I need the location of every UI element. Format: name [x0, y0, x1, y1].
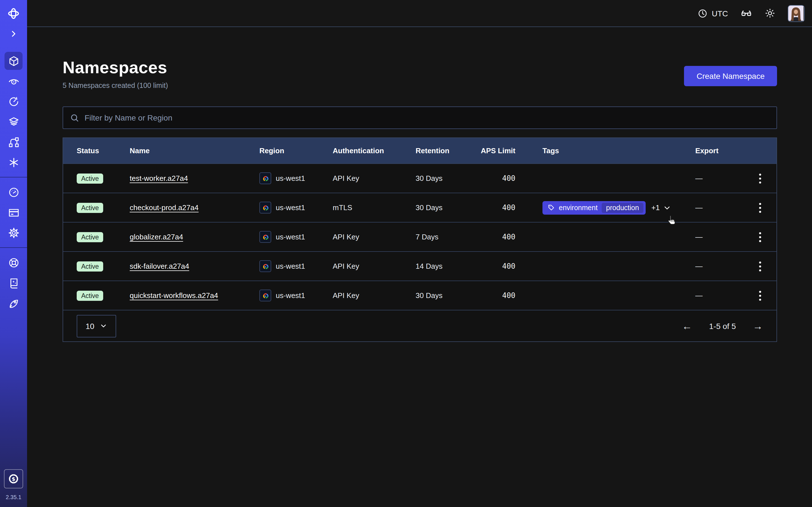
- table-row: Active sdk-failover.a27a4 us-west1 API K…: [63, 251, 776, 281]
- create-namespace-button[interactable]: Create Namespace: [684, 66, 777, 86]
- aps-limit-value: 400: [479, 233, 515, 241]
- status-badge: Active: [77, 203, 103, 213]
- aps-limit-value: 400: [479, 174, 515, 182]
- filter-input[interactable]: [85, 113, 770, 122]
- namespace-link[interactable]: checkout-prod.a27a4: [130, 203, 199, 212]
- page-size-select[interactable]: 10: [77, 315, 116, 337]
- auth-method: API Key: [333, 291, 416, 300]
- more-tags-count: +1: [651, 203, 660, 212]
- timezone-selector[interactable]: UTC: [698, 8, 728, 18]
- sidebar-item-support[interactable]: [4, 253, 22, 272]
- status-badge: Active: [77, 261, 103, 271]
- namespace-count-subtitle: 5 Namespaces created (100 limit): [63, 82, 168, 90]
- auth-method: API Key: [333, 174, 416, 182]
- spiral-eye-icon: [8, 75, 19, 87]
- sidebar: $ 2.35.1: [0, 0, 27, 507]
- row-actions-menu-button[interactable]: [753, 171, 767, 186]
- auth-method: API Key: [333, 233, 416, 241]
- cube-icon: [8, 55, 19, 67]
- life-ring-icon: [8, 257, 19, 269]
- sidebar-item-workflows[interactable]: [4, 133, 22, 151]
- credits-badge[interactable]: $: [4, 469, 23, 489]
- namespace-link[interactable]: sdk-failover.a27a4: [130, 262, 189, 270]
- pagination-controls: ← 1-5 of 5 →: [682, 321, 763, 331]
- column-header-tags[interactable]: Tags: [515, 147, 695, 155]
- sidebar-item-settings[interactable]: [4, 224, 22, 242]
- chevron-down-icon: [663, 204, 671, 212]
- namespaces-table: Status Name Region Authentication Retent…: [63, 137, 777, 342]
- timezone-label: UTC: [712, 9, 728, 18]
- aps-limit-value: 400: [479, 291, 515, 300]
- table-header-row: Status Name Region Authentication Retent…: [63, 138, 776, 163]
- sidebar-item-billing[interactable]: [4, 203, 22, 221]
- credit-card-icon: [8, 207, 19, 218]
- temporal-logo[interactable]: [0, 0, 27, 27]
- export-value: —: [695, 233, 744, 241]
- asterisk-icon: [8, 156, 19, 168]
- sidebar-divider: [0, 177, 27, 177]
- sidebar-item-usage[interactable]: [4, 183, 22, 201]
- column-header-status[interactable]: Status: [77, 147, 130, 155]
- more-tags-toggle[interactable]: +1: [651, 203, 671, 212]
- gcp-icon: [259, 260, 271, 272]
- row-actions-menu-button[interactable]: [753, 288, 767, 303]
- column-header-region[interactable]: Region: [259, 147, 333, 155]
- region-label: us-west1: [276, 203, 305, 212]
- gcp-icon: [259, 202, 271, 214]
- gcp-icon: [259, 290, 271, 301]
- aps-limit-value: 400: [479, 262, 515, 270]
- column-header-authentication[interactable]: Authentication: [333, 147, 416, 155]
- filter-bar: [63, 107, 777, 129]
- chevron-down-icon: [100, 322, 107, 330]
- export-value: —: [695, 291, 744, 300]
- column-header-export[interactable]: Export: [695, 147, 744, 155]
- tag-value: production: [602, 203, 644, 213]
- next-page-button[interactable]: →: [753, 321, 763, 331]
- page-title: Namespaces: [63, 58, 168, 77]
- column-header-aps-limit[interactable]: APS Limit: [479, 147, 515, 155]
- branch-icon: [8, 136, 19, 148]
- row-actions-menu-button[interactable]: [753, 230, 767, 244]
- namespace-link[interactable]: globalizer.a27a4: [130, 233, 183, 241]
- column-header-retention[interactable]: Retention: [416, 147, 479, 155]
- row-actions-menu-button[interactable]: [753, 259, 767, 274]
- status-badge: Active: [77, 232, 103, 242]
- row-actions-menu-button[interactable]: [753, 200, 767, 215]
- sidebar-item-deployments[interactable]: [4, 113, 22, 131]
- user-avatar[interactable]: [788, 5, 805, 22]
- aps-limit-value: 400: [479, 203, 515, 212]
- sidebar-item-namespaces[interactable]: [4, 52, 22, 70]
- region-label: us-west1: [276, 291, 305, 300]
- labs-toggle-button[interactable]: [741, 7, 752, 19]
- tag-chip[interactable]: environment production: [543, 201, 646, 214]
- sidebar-item-docs[interactable]: [4, 274, 22, 292]
- theme-toggle-button[interactable]: [765, 8, 775, 18]
- timer-icon: [8, 96, 19, 107]
- sidebar-item-schedules[interactable]: [4, 93, 22, 110]
- retention-value: 30 Days: [416, 203, 479, 212]
- column-header-name[interactable]: Name: [130, 147, 259, 155]
- sidebar-item-nexus[interactable]: [4, 153, 22, 171]
- topbar: UTC: [27, 0, 812, 27]
- previous-page-button[interactable]: ←: [682, 321, 692, 331]
- table-row: Active test-worker.a27a4 us-west1 API Ke…: [63, 163, 776, 193]
- sidebar-item-getting-started[interactable]: [4, 294, 22, 312]
- clock-icon: [698, 8, 708, 18]
- svg-text:$: $: [12, 476, 15, 482]
- tag-key: environment: [559, 204, 598, 212]
- auth-method: mTLS: [333, 203, 416, 212]
- table-footer: 10 ← 1-5 of 5 →: [63, 310, 776, 341]
- retention-value: 7 Days: [416, 233, 479, 241]
- status-badge: Active: [77, 173, 103, 183]
- table-row: Active checkout-prod.a27a4 us-west1 mTLS…: [63, 193, 776, 222]
- book-sparkles-icon: [8, 277, 19, 289]
- namespace-link[interactable]: test-worker.a27a4: [130, 174, 188, 182]
- rocket-icon: [8, 297, 19, 309]
- namespace-link[interactable]: quickstart-workflows.a27a4: [130, 291, 218, 300]
- sidebar-expand-button[interactable]: [4, 25, 22, 43]
- export-value: —: [695, 262, 744, 270]
- sidebar-item-insights[interactable]: [4, 72, 22, 90]
- retention-value: 14 Days: [416, 262, 479, 270]
- auth-method: API Key: [333, 262, 416, 270]
- export-value: —: [695, 174, 744, 182]
